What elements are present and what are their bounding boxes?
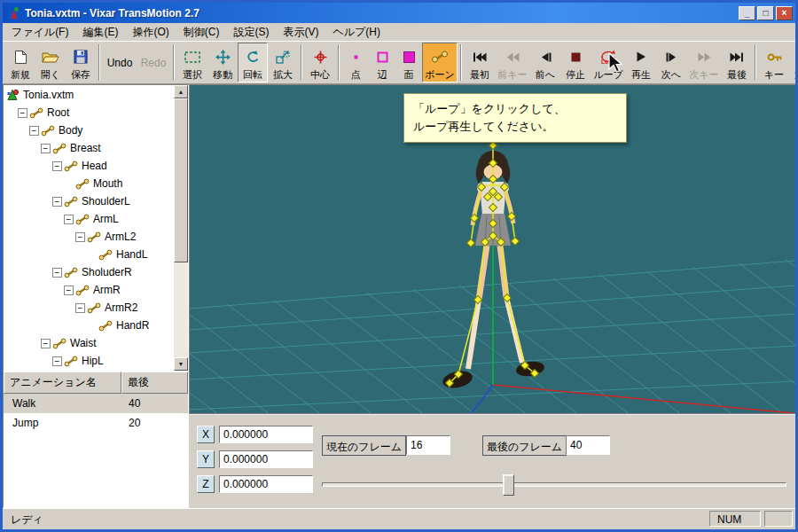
toolbar-button-select[interactable]: 選択 xyxy=(177,43,207,82)
tree-item-ArmL2[interactable]: −ArmL2 xyxy=(4,228,174,246)
bone-icon xyxy=(29,107,43,119)
current-frame-input[interactable] xyxy=(406,435,450,455)
scroll-down-button[interactable]: ▼ xyxy=(174,357,188,371)
toolbar-button-prev-frame[interactable]: 前へ xyxy=(530,43,560,82)
tree-item-Tonia.vxtm[interactable]: Tonia.vxtm xyxy=(4,86,174,104)
maximize-button[interactable]: □ xyxy=(757,6,774,20)
tree-expand-box[interactable]: − xyxy=(18,108,27,118)
axis-z-input[interactable] xyxy=(219,475,313,493)
toolbar-button-center[interactable]: 中心 xyxy=(305,43,335,82)
toolbar-button-scale[interactable]: 拡大 xyxy=(268,43,298,82)
scale-arrows-icon xyxy=(276,45,290,68)
axis-y-input[interactable] xyxy=(219,450,313,468)
menu-settings[interactable]: 設定(S) xyxy=(226,22,276,43)
last-frame-input[interactable] xyxy=(566,435,610,455)
tree-item-Waist[interactable]: −Waist xyxy=(4,334,174,352)
menu-file[interactable]: ファイル(F) xyxy=(4,22,75,43)
tree-expand-box[interactable]: − xyxy=(41,144,51,153)
toolbar-button-open[interactable]: 開く xyxy=(35,43,66,82)
tree-item-Root[interactable]: −Root xyxy=(4,104,174,121)
toolbar-button-face[interactable]: 面 xyxy=(395,43,422,82)
tree-item-Mouth[interactable]: Mouth xyxy=(4,175,174,192)
tree-item-HandL[interactable]: HandL xyxy=(4,246,174,263)
toolbar-button-rotate[interactable]: 回転 xyxy=(238,43,268,82)
toolbar-button-prev-key[interactable]: 前キー xyxy=(495,43,530,82)
menu-edit[interactable]: 編集(E) xyxy=(75,22,125,43)
titlebar[interactable]: Tonia.vxtm - Vixar TransMotion 2.7 _ □ × xyxy=(3,3,795,23)
toolbar-button-redo[interactable]: Redo xyxy=(137,43,170,82)
toolbar-button-next-frame[interactable]: 次へ xyxy=(656,43,686,82)
tree-item-ArmR2[interactable]: −ArmR2 xyxy=(4,299,174,317)
minimize-button[interactable]: _ xyxy=(739,6,755,20)
tree-expand-box[interactable]: − xyxy=(75,303,85,313)
toolbar-button-new[interactable]: 新規 xyxy=(5,43,35,82)
tree-item-SholuderR[interactable]: −SholuderR xyxy=(4,263,174,281)
viewport-3d[interactable]: 「ループ」をクリックして、 ループ再生してください。 xyxy=(189,84,795,414)
tree-expand-box[interactable]: − xyxy=(29,126,39,136)
menu-control[interactable]: 制御(C) xyxy=(176,22,227,43)
frame-slider-thumb[interactable] xyxy=(503,474,514,496)
animation-row-Jump[interactable]: Jump20 xyxy=(4,413,188,433)
toolbar-button-edge[interactable]: 辺 xyxy=(369,43,395,82)
save-floppy-icon xyxy=(74,45,88,68)
toolbar-button-next-key[interactable]: 次キー xyxy=(686,43,722,82)
tree-expand-box[interactable]: − xyxy=(75,232,85,242)
toolbar-button-first-frame[interactable]: 最初 xyxy=(465,43,495,82)
toolbar-button-add[interactable]: 追加 xyxy=(789,43,795,82)
tree-item-label: Waist xyxy=(68,337,98,349)
tree-scrollbar[interactable]: ▲ ▼ xyxy=(174,85,188,371)
tree-expand-box[interactable]: − xyxy=(52,197,62,207)
tree-expand-box[interactable]: − xyxy=(52,161,62,171)
tree-item-ArmR[interactable]: −ArmR xyxy=(4,281,174,299)
menu-help[interactable]: ヘルプ(H) xyxy=(325,22,387,43)
toolbar-button-undo[interactable]: Undo xyxy=(103,43,137,82)
toolbar-button-label: 新規 xyxy=(11,69,30,80)
tree-expand-box[interactable]: − xyxy=(64,286,74,295)
axis-x-button[interactable]: X xyxy=(197,426,215,443)
tree-item-HandR[interactable]: HandR xyxy=(4,317,174,334)
animation-last-header[interactable]: 最後 xyxy=(121,372,188,394)
tree-item-HipL[interactable]: −HipL xyxy=(4,352,174,370)
axis-y-button[interactable]: Y xyxy=(197,450,215,468)
toolbar-button-label: 辺 xyxy=(378,69,387,80)
axis-z-button[interactable]: Z xyxy=(197,475,215,493)
toolbar-button-last-frame[interactable]: 最後 xyxy=(722,43,752,82)
menubar: ファイル(F) 編集(E) 操作(O) 制御(C) 設定(S) 表示(V) ヘル… xyxy=(3,23,795,42)
toolbar-button-key[interactable]: キー xyxy=(759,43,789,82)
axis-row-z: Z xyxy=(197,475,313,493)
toolbar-button-stop[interactable]: 停止 xyxy=(560,43,591,82)
toolbar-button-play[interactable]: 再生 xyxy=(626,43,656,82)
toolbar-button-move[interactable]: 移動 xyxy=(207,43,238,82)
tree-item-label: Root xyxy=(45,106,71,119)
bone-icon xyxy=(75,178,90,190)
scroll-track[interactable] xyxy=(174,262,188,357)
frame-slider-track[interactable] xyxy=(322,482,786,487)
tree-item-Breast[interactable]: −Breast xyxy=(4,139,174,157)
scroll-thumb[interactable] xyxy=(174,98,188,262)
tree-expand-box[interactable]: − xyxy=(64,215,74,224)
tree-item-ArmL[interactable]: −ArmL xyxy=(4,210,174,228)
rotate-arrow-icon xyxy=(246,45,261,68)
bone-icon xyxy=(98,249,113,261)
axis-x-input[interactable] xyxy=(219,426,313,443)
menu-operation[interactable]: 操作(O) xyxy=(125,22,176,43)
scroll-up-button[interactable]: ▲ xyxy=(174,85,188,98)
toolbar-button-bone[interactable]: ボーン xyxy=(422,43,458,82)
tree-item-label: ArmL xyxy=(91,213,121,225)
tree-expand-box[interactable]: − xyxy=(52,356,62,366)
tree-item-Body[interactable]: −Body xyxy=(4,121,174,139)
toolbar-button-label: 選択 xyxy=(183,69,202,80)
tree-expand-box[interactable]: − xyxy=(52,268,62,278)
toolbar-button-point[interactable]: 点 xyxy=(342,43,369,82)
close-button[interactable]: × xyxy=(776,6,793,20)
loop-hint-balloon: 「ループ」をクリックして、 ループ再生してください。 xyxy=(403,93,627,143)
tree-expand-box[interactable]: − xyxy=(41,339,51,348)
animation-name-header[interactable]: アニメーション名 xyxy=(4,372,121,394)
menu-view[interactable]: 表示(V) xyxy=(276,22,325,43)
tree-item-Head[interactable]: −Head xyxy=(4,157,174,175)
animation-row-Walk[interactable]: Walk40 xyxy=(4,394,188,413)
main-area: Tonia.vxtm−Root−Body−Breast−HeadMouth−Sh… xyxy=(3,84,795,508)
num-lock-indicator: NUM xyxy=(709,511,761,527)
tree-item-ShoulderL[interactable]: −ShoulderL xyxy=(4,192,174,210)
toolbar-button-save[interactable]: 保存 xyxy=(66,43,96,82)
